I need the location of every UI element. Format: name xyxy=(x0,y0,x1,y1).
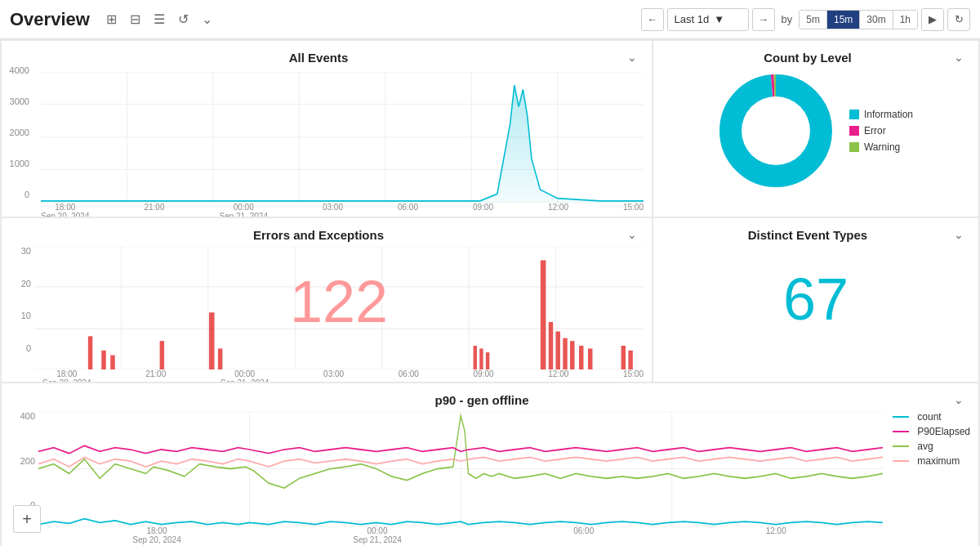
dashboard-grid: All Events ⌄ 4000 3000 2000 1000 0 xyxy=(0,39,980,546)
p90-count-label: count xyxy=(917,411,941,423)
svg-rect-36 xyxy=(549,322,553,369)
p90-chart-inner xyxy=(38,411,883,526)
refresh-button[interactable]: ↻ xyxy=(947,8,970,31)
error-color xyxy=(849,126,859,136)
p90-legend-p90elapsed: P90Elapsed xyxy=(893,426,970,437)
expand-icon[interactable]: ⊞ xyxy=(103,8,120,30)
all-events-title: All Events xyxy=(13,51,624,65)
legend-item-information: Information xyxy=(849,109,913,120)
svg-rect-31 xyxy=(218,348,222,369)
p90-p90elapsed-label: P90Elapsed xyxy=(917,426,970,437)
p90-collapse-icon[interactable]: ⌄ xyxy=(951,392,967,408)
svg-point-15 xyxy=(742,96,810,165)
p90-svg xyxy=(38,411,883,526)
filter-icon[interactable]: ⊟ xyxy=(127,8,144,30)
svg-rect-40 xyxy=(579,346,583,369)
svg-rect-42 xyxy=(621,346,626,369)
errors-exceptions-collapse-icon[interactable]: ⌄ xyxy=(624,226,640,243)
p90-legend: count P90Elapsed avg maximum xyxy=(883,411,970,526)
svg-rect-43 xyxy=(628,351,632,369)
undo-icon[interactable]: ↺ xyxy=(175,8,192,30)
distinct-event-types-number: 67 xyxy=(783,267,849,332)
svg-rect-38 xyxy=(563,338,567,369)
errors-svg xyxy=(34,246,644,369)
svg-rect-41 xyxy=(588,348,592,369)
svg-rect-28 xyxy=(110,356,114,369)
svg-rect-37 xyxy=(555,332,559,369)
information-label: Information xyxy=(864,109,913,120)
p90-chart-area: 400 200 0 xyxy=(2,408,978,526)
all-events-header: All Events ⌄ xyxy=(2,41,652,65)
legend-item-warning: Warning xyxy=(849,141,913,153)
add-panel-button[interactable]: + xyxy=(13,505,41,533)
p90-legend-maximum: maximum xyxy=(893,455,970,467)
errors-x-axis: 18:00 Sep 20, 2024 21:00 00:00 Sep 21, 2… xyxy=(34,369,652,382)
all-events-x-axis: 18:00 Sep 20, 2024 21:00 00:00 Sep 21, 2… xyxy=(41,203,644,217)
p90-header: p90 - gen offline ⌄ xyxy=(2,383,978,408)
p90-avg-label: avg xyxy=(917,441,933,452)
svg-rect-39 xyxy=(570,341,574,369)
errors-exceptions-title: Errors and Exceptions xyxy=(13,228,624,242)
p90-legend-count: count xyxy=(893,411,970,423)
play-button[interactable]: ▶ xyxy=(921,8,944,31)
distinct-event-types-panel: Distinct Event Types ⌄ 67 xyxy=(653,218,978,382)
interval-5m[interactable]: 5m xyxy=(800,11,827,29)
count-by-level-title: Count by Level xyxy=(665,51,951,65)
interval-buttons: 5m 15m 30m 1h xyxy=(799,10,918,29)
svg-rect-30 xyxy=(209,312,215,369)
save-icon[interactable]: ☰ xyxy=(150,8,168,30)
errors-y-axis: 30 20 10 0 xyxy=(10,246,34,369)
svg-rect-26 xyxy=(88,336,92,369)
all-events-chart: 4000 3000 2000 1000 0 xyxy=(2,65,652,217)
all-events-svg xyxy=(41,72,644,203)
all-events-panel: All Events ⌄ 4000 3000 2000 1000 0 xyxy=(2,41,652,217)
svg-rect-32 xyxy=(474,346,477,369)
all-events-collapse-icon[interactable]: ⌄ xyxy=(624,49,640,65)
error-label: Error xyxy=(864,125,886,136)
count-by-level-chart: Information Error Warning xyxy=(653,65,978,196)
distinct-event-types-title: Distinct Event Types xyxy=(665,228,951,242)
distinct-event-types-collapse-icon[interactable]: ⌄ xyxy=(951,226,967,243)
svg-marker-11 xyxy=(41,85,644,203)
interval-1h[interactable]: 1h xyxy=(893,11,917,29)
donut-chart xyxy=(719,74,833,188)
interval-15m[interactable]: 15m xyxy=(827,11,860,29)
svg-rect-35 xyxy=(541,260,546,369)
header: Overview ⊞ ⊟ ☰ ↺ ⌄ ← Last 1d ▼ → by 5m 1… xyxy=(0,0,980,39)
warning-label: Warning xyxy=(864,141,900,153)
by-label: by xyxy=(782,13,793,25)
count-by-level-collapse-icon[interactable]: ⌄ xyxy=(951,49,967,65)
donut-legend: Information Error Warning xyxy=(849,109,913,153)
count-by-level-panel: Count by Level ⌄ Information Error xyxy=(653,41,978,217)
chevron-down-icon[interactable]: ⌄ xyxy=(198,8,216,30)
p90-title: p90 - gen offline xyxy=(13,393,951,407)
errors-chart-inner: 122 xyxy=(34,246,644,369)
information-color xyxy=(849,110,859,119)
errors-exceptions-header: Errors and Exceptions ⌄ xyxy=(2,218,652,243)
time-range-label: Last 1d xyxy=(675,13,710,25)
errors-exceptions-chart-area: 30 20 10 0 122 xyxy=(2,243,652,369)
all-events-chart-inner xyxy=(41,72,644,203)
page-title: Overview xyxy=(10,9,90,30)
all-events-y-axis: 4000 3000 2000 1000 0 xyxy=(2,65,33,199)
time-forward-button[interactable]: → xyxy=(752,8,775,31)
chevron-down-icon: ▼ xyxy=(714,13,724,25)
svg-rect-29 xyxy=(160,341,164,369)
count-by-level-header: Count by Level ⌄ xyxy=(653,41,978,65)
p90-x-axis: 18:00 Sep 20, 2024 00:00 Sep 21, 2024 06… xyxy=(38,526,978,544)
p90-legend-avg: avg xyxy=(893,441,970,452)
interval-30m[interactable]: 30m xyxy=(860,11,893,29)
time-range-selector[interactable]: Last 1d ▼ xyxy=(667,8,749,31)
time-navigation: ← Last 1d ▼ → by 5m 15m 30m 1h ▶ ↻ xyxy=(641,8,970,31)
svg-rect-33 xyxy=(479,348,483,369)
time-back-button[interactable]: ← xyxy=(641,8,664,31)
errors-exceptions-panel: Errors and Exceptions ⌄ 30 20 10 0 122 xyxy=(2,218,652,382)
svg-rect-27 xyxy=(101,351,105,369)
distinct-event-types-header: Distinct Event Types ⌄ xyxy=(653,218,978,243)
p90-panel: p90 - gen offline ⌄ 400 200 0 xyxy=(2,383,978,546)
legend-item-error: Error xyxy=(849,125,913,136)
p90-maximum-label: maximum xyxy=(917,455,960,467)
svg-rect-34 xyxy=(486,352,489,369)
distinct-event-types-content: 67 xyxy=(653,243,978,357)
warning-color xyxy=(849,142,859,152)
